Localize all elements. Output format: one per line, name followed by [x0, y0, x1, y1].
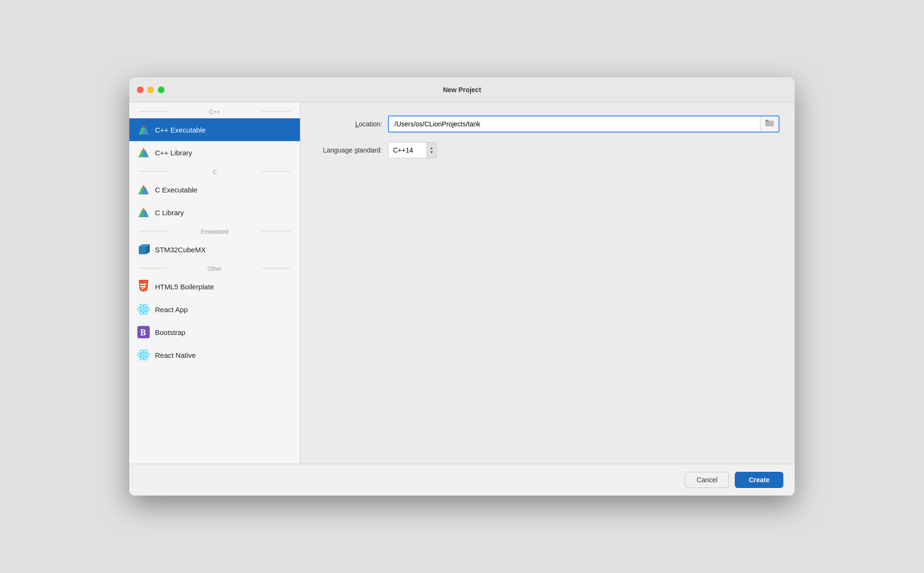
- sidebar-item-label: C Executable: [155, 186, 197, 194]
- sidebar-item-c-executable[interactable]: C Executable: [129, 178, 300, 201]
- create-button[interactable]: Create: [735, 472, 783, 488]
- spinner-up-arrow: ▲: [430, 146, 433, 150]
- sidebar-item-react-native[interactable]: React Native: [129, 344, 300, 366]
- sidebar-item-cpp-executable[interactable]: C++ Executable: [129, 118, 300, 141]
- section-header-c: C: [129, 164, 300, 178]
- folder-icon: [765, 119, 774, 127]
- window-controls: [137, 86, 164, 93]
- section-header-other: Other: [129, 261, 300, 275]
- svg-rect-18: [141, 286, 145, 287]
- svg-rect-17: [140, 284, 146, 285]
- section-header-embedded: Embedded: [129, 224, 300, 238]
- svg-point-23: [143, 308, 145, 311]
- sidebar-item-label: C++ Library: [155, 149, 192, 157]
- section-header-cpp: C++: [129, 104, 300, 118]
- sidebar-item-label: HTML5 Boilerplate: [155, 283, 214, 291]
- sidebar-item-html5[interactable]: HTML5 Boilerplate: [129, 275, 300, 298]
- language-select-wrap: C++14 C++11 C++17 C++20 gnu++14 gnu++11 …: [388, 142, 437, 158]
- location-row: Location:: [316, 115, 780, 133]
- sidebar: C++ C++ Executable: [129, 102, 300, 464]
- minimize-button[interactable]: [147, 86, 154, 93]
- main-panel: Location: Language standard:: [300, 102, 795, 464]
- html5-icon: [137, 280, 150, 293]
- svg-point-29: [143, 354, 145, 356]
- cancel-button[interactable]: Cancel: [685, 472, 730, 488]
- spinner-button[interactable]: ▲ ▼: [426, 143, 436, 158]
- language-select[interactable]: C++14 C++11 C++17 C++20 gnu++14 gnu++11: [388, 143, 426, 157]
- c-triangle-icon: [137, 183, 150, 196]
- dialog-footer: Cancel Create: [129, 464, 795, 496]
- svg-rect-12: [139, 247, 146, 254]
- sidebar-item-cpp-library[interactable]: C++ Library: [129, 141, 300, 164]
- location-input-wrap: [388, 115, 780, 133]
- sidebar-item-label: Bootstrap: [155, 328, 185, 336]
- react-icon: [137, 303, 150, 316]
- svg-rect-31: [765, 120, 769, 122]
- dialog-title: New Project: [443, 86, 481, 94]
- location-label: Location:: [316, 120, 382, 128]
- sidebar-item-bootstrap[interactable]: B Bootstrap: [129, 321, 300, 344]
- location-input[interactable]: [389, 116, 760, 132]
- sidebar-item-label: React App: [155, 306, 188, 314]
- svg-rect-19: [141, 288, 144, 289]
- titlebar: New Project: [129, 77, 795, 102]
- language-row: Language standard: C++14 C++11 C++17 C++…: [316, 142, 780, 158]
- new-project-dialog: New Project C++ C++ Executable: [129, 77, 795, 496]
- maximize-button[interactable]: [158, 86, 164, 93]
- sidebar-item-react-app[interactable]: React App: [129, 298, 300, 321]
- cube-icon: [137, 243, 150, 256]
- c-triangle-icon: [137, 206, 150, 219]
- sidebar-item-stm32[interactable]: STM32CubeMX: [129, 238, 300, 261]
- language-label: Language standard:: [316, 146, 382, 154]
- close-button[interactable]: [137, 86, 144, 93]
- sidebar-item-label: C Library: [155, 209, 184, 217]
- spinner-down-arrow: ▼: [430, 151, 433, 154]
- sidebar-item-c-library[interactable]: C Library: [129, 201, 300, 224]
- cpp-triangle-icon: [137, 146, 150, 159]
- react-native-icon: [137, 348, 150, 362]
- bootstrap-icon: B: [137, 325, 150, 339]
- sidebar-item-label: React Native: [155, 351, 196, 359]
- sidebar-item-label: STM32CubeMX: [155, 246, 206, 254]
- dialog-body: C++ C++ Executable: [129, 102, 795, 464]
- browse-button[interactable]: [760, 116, 779, 132]
- cpp-triangle-icon: [137, 123, 150, 136]
- sidebar-item-label: C++ Executable: [155, 126, 206, 134]
- svg-text:B: B: [140, 328, 146, 337]
